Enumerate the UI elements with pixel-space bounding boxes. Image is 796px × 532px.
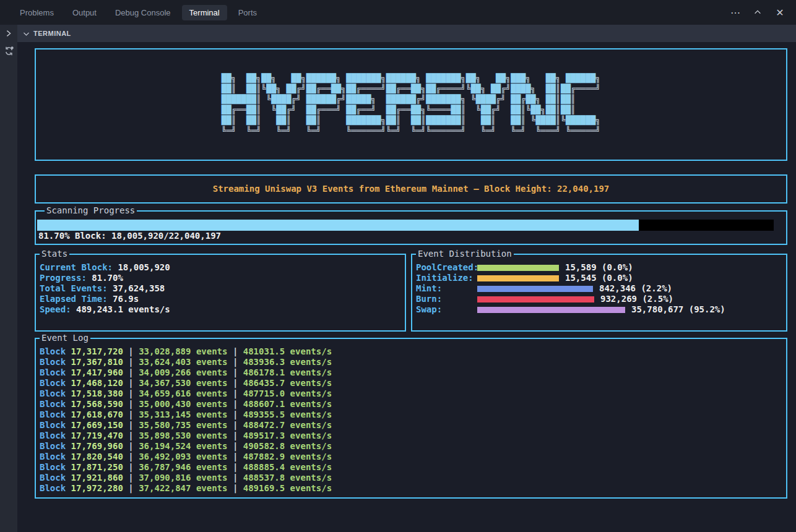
event-log-rows: Block 17,317,720 | 33,028,889 events | 4…: [40, 346, 781, 494]
stat-row: Total Events: 37,624,358: [40, 283, 400, 294]
distribution-bar: [477, 307, 625, 313]
terminal-viewport[interactable]: ██╗ ██╗██╗ ██╗██████╗ ███████╗██████╗ ██…: [17, 42, 796, 532]
progress-label: 81.70% Block: 18,005,920/22,040,197: [37, 231, 774, 241]
panel-tabs: ProblemsOutputDebug ConsoleTerminalPorts: [0, 5, 264, 20]
tab-terminal[interactable]: Terminal: [182, 5, 227, 20]
distribution-bar: [477, 286, 593, 292]
chevron-down-icon[interactable]: [22, 30, 30, 38]
distribution-label: PoolCreated:: [416, 262, 477, 273]
vscode-panel: { "window": { "tabs": ["Problems", "Outp…: [0, 0, 796, 532]
distribution-row: PoolCreated:15,589 (0.0%): [416, 262, 781, 273]
event-distribution-title: Event Distribution: [416, 249, 514, 259]
stream-info-text: Streaming Uniswap V3 Events from Ethereu…: [213, 184, 610, 194]
distribution-value: 842,346 (2.2%): [599, 283, 672, 294]
distribution-bar: [477, 265, 559, 271]
log-row: Block 17,618,670 | 35,313,145 events | 4…: [40, 410, 781, 420]
stat-label: Total Events:: [40, 283, 108, 293]
terminal-section-header[interactable]: TERMINAL: [17, 25, 796, 42]
distribution-row: Initialize:15,545 (0.0%): [416, 273, 781, 283]
stat-value: 489,243.1 events/s: [71, 304, 170, 314]
stat-row: Current Block: 18,005,920: [40, 262, 400, 273]
log-row: Block 17,921,860 | 37,090,816 events | 4…: [40, 473, 781, 483]
progress-bar-track: [37, 220, 774, 231]
stat-label: Elapsed Time:: [40, 294, 108, 304]
event-log-title: Event Log: [40, 333, 90, 343]
log-row: Block 17,317,720 | 33,028,889 events | 4…: [40, 346, 781, 357]
stat-label: Progress:: [40, 273, 87, 283]
log-row: Block 17,669,150 | 35,580,735 events | 4…: [40, 420, 781, 431]
stat-label: Speed:: [40, 304, 71, 314]
distribution-value: 35,780,677 (95.2%): [631, 304, 725, 315]
log-row: Block 17,871,250 | 36,787,946 events | 4…: [40, 462, 781, 473]
maximize-panel-icon[interactable]: [751, 6, 764, 19]
tab-ports[interactable]: Ports: [231, 5, 264, 20]
stat-row: Speed: 489,243.1 events/s: [40, 304, 400, 315]
log-row: Block 17,769,960 | 36,194,524 events | 4…: [40, 441, 781, 452]
event-log-panel: Event Log Block 17,317,720 | 33,028,889 …: [35, 338, 787, 499]
stat-value: 81.70%: [87, 273, 123, 283]
log-row: Block 17,417,960 | 34,009,266 events | 4…: [40, 367, 781, 378]
distribution-row: Burn:932,269 (2.5%): [416, 294, 781, 304]
stat-row: Elapsed Time: 76.9s: [40, 294, 400, 304]
distribution-value: 15,545 (0.0%): [565, 273, 633, 283]
tab-debug-console[interactable]: Debug Console: [108, 5, 178, 20]
distribution-value: 932,269 (2.5%): [600, 294, 673, 304]
scanning-progress-panel: Scanning Progress 81.70% Block: 18,005,9…: [35, 210, 787, 245]
stats-rows: Current Block: 18,005,920Progress: 81.70…: [40, 262, 400, 315]
banner-panel: ██╗ ██╗██╗ ██╗██████╗ ███████╗██████╗ ██…: [35, 48, 787, 161]
distribution-label: Initialize:: [416, 273, 477, 283]
log-row: Block 17,972,280 | 37,422,847 events | 4…: [40, 483, 781, 494]
stats-title: Stats: [40, 249, 69, 259]
log-row: Block 17,367,810 | 33,624,403 events | 4…: [40, 357, 781, 367]
stats-panel: Stats Current Block: 18,005,920Progress:…: [35, 254, 406, 332]
log-row: Block 17,820,540 | 36,492,093 events | 4…: [40, 452, 781, 462]
stat-value: 37,624,358: [108, 283, 165, 293]
progress-bar-fill: [37, 220, 639, 231]
stat-label: Current Block:: [40, 262, 113, 272]
tab-problems[interactable]: Problems: [12, 5, 61, 20]
stat-value: 76.9s: [108, 294, 139, 304]
more-actions-icon[interactable]: ⋯: [729, 6, 742, 19]
terminal-section-label: TERMINAL: [33, 30, 71, 37]
stream-info-panel: Streaming Uniswap V3 Events from Ethereu…: [35, 174, 787, 204]
side-rail: [0, 25, 17, 532]
event-distribution-rows: PoolCreated:15,589 (0.0%)Initialize:15,5…: [416, 262, 781, 315]
distribution-bar: [477, 296, 594, 302]
log-row: Block 17,468,120 | 34,367,530 events | 4…: [40, 378, 781, 388]
log-row: Block 17,518,380 | 34,659,616 events | 4…: [40, 388, 781, 399]
expand-chevron-icon[interactable]: [4, 29, 13, 38]
distribution-label: Swap:: [416, 304, 477, 315]
stat-row: Progress: 81.70%: [40, 273, 400, 283]
log-row: Block 17,568,590 | 35,000,430 events | 4…: [40, 399, 781, 410]
tab-output[interactable]: Output: [65, 5, 104, 20]
distribution-value: 15,589 (0.0%): [565, 262, 633, 273]
stat-value: 18,005,920: [113, 262, 170, 272]
panel-tab-bar: ProblemsOutputDebug ConsoleTerminalPorts…: [0, 0, 796, 25]
hypersync-ascii-banner: ██╗ ██╗██╗ ██╗██████╗ ███████╗██████╗ ██…: [222, 73, 601, 136]
log-row: Block 17,719,470 | 35,898,530 events | 4…: [40, 431, 781, 441]
distribution-label: Mint:: [416, 283, 477, 294]
distribution-label: Burn:: [416, 294, 477, 304]
event-distribution-panel: Event Distribution PoolCreated:15,589 (0…: [411, 254, 787, 332]
distribution-row: Mint:842,346 (2.2%): [416, 283, 781, 294]
distribution-bar: [477, 275, 559, 281]
panel-controls: ⋯ ✕: [729, 6, 796, 19]
scanning-progress-title: Scanning Progress: [45, 205, 137, 216]
sync-process-icon[interactable]: [4, 46, 14, 56]
distribution-row: Swap:35,780,677 (95.2%): [416, 304, 781, 315]
close-panel-icon[interactable]: ✕: [774, 6, 786, 19]
